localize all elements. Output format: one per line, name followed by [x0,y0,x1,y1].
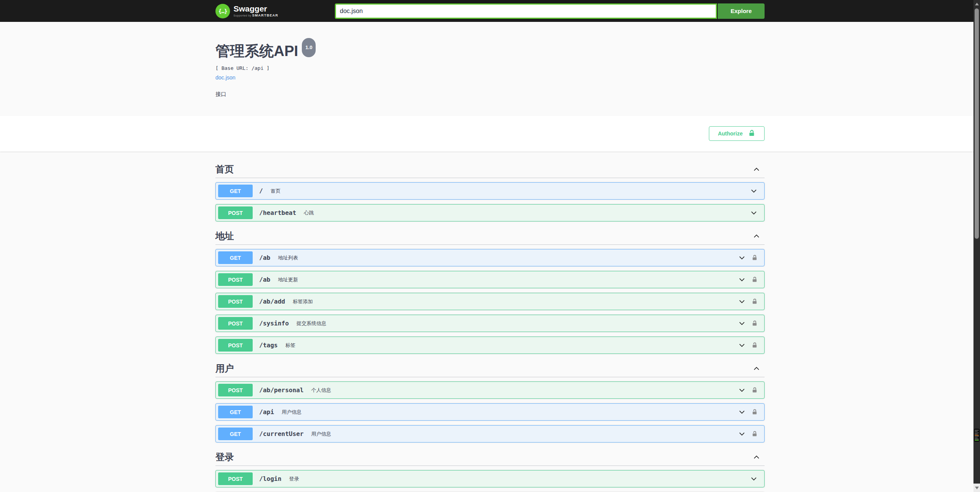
operation-summary: 用户信息 [311,431,331,438]
brand-name: Swagger [233,5,278,13]
unlock-icon [748,129,756,138]
lock-icon[interactable] [752,298,758,305]
operation-path: /ab/personal [259,386,304,394]
method-badge: POST [218,472,253,485]
method-badge: POST [218,295,253,308]
method-badge: GET [218,251,253,264]
api-description: 接口 [215,91,765,98]
operation-path: / [259,187,263,195]
method-badge: GET [218,185,253,197]
operation-row[interactable]: POST /login 登录 [215,470,765,487]
operation-path: /heartbeat [259,209,296,216]
authorize-button[interactable]: Authorize [709,126,765,141]
operation-row[interactable]: POST /heartbeat 心跳 [215,204,765,221]
chevron-up-icon[interactable] [752,165,761,173]
tag-section-home: 首页 GET / 首页 POST /heartbeat [215,163,765,221]
chevron-down-icon[interactable] [750,475,758,483]
tag-header-login[interactable]: 登录 [215,451,765,466]
method-badge: POST [218,384,253,396]
operation-path: /api [259,408,274,416]
swagger-logo: {…} Swagger Supported bySMARTBEAR [215,4,278,18]
operation-summary: 地址列表 [278,254,298,261]
method-badge: POST [218,339,253,352]
tag-header-user[interactable]: 用户 [215,362,765,377]
chevron-down-icon[interactable] [738,341,746,350]
scheme-container: Authorize [0,116,980,152]
lock-icon[interactable] [752,342,758,348]
operation-row[interactable]: GET /api 用户信息 [215,403,765,421]
tag-section-user: 用户 POST /ab/personal 个人信息 [215,362,765,442]
lock-icon[interactable] [752,276,758,283]
scrollbar-thumb[interactable] [975,8,979,239]
scrollbar[interactable] [973,0,980,492]
operation-summary: 标签添加 [293,298,313,305]
topbar: {…} Swagger Supported bySMARTBEAR Explor… [0,0,980,22]
operation-summary: 首页 [271,188,281,195]
operation-summary: 标签 [285,342,295,349]
spec-link[interactable]: doc.json [215,74,235,81]
lock-icon[interactable] [752,409,758,415]
chevron-down-icon[interactable] [738,430,746,438]
spec-url-input[interactable] [335,3,717,19]
swagger-logo-icon: {…} [215,4,230,18]
chevron-down-icon[interactable] [738,297,746,306]
operation-path: /currentUser [259,430,304,438]
lock-icon[interactable] [752,387,758,393]
operation-summary: 提交系统信息 [296,320,326,327]
tag-title: 用户 [215,364,234,373]
operation-row[interactable]: POST /sysinfo 提交系统信息 [215,315,765,332]
lock-icon[interactable] [752,431,758,437]
lock-icon[interactable] [752,254,758,261]
chevron-up-icon[interactable] [752,453,761,461]
tag-title: 首页 [215,165,234,174]
scrollbar-down-arrow-icon[interactable] [973,484,980,492]
operation-path: /login [259,475,281,482]
operation-path: /tags [259,342,278,349]
chevron-down-icon[interactable] [738,319,746,328]
chevron-down-icon[interactable] [750,187,758,195]
operation-row[interactable]: POST /tags 标签 [215,337,765,354]
minimap-widget[interactable] [974,429,980,442]
operation-summary: 心跳 [304,210,314,216]
explore-button[interactable]: Explore [718,3,765,19]
chevron-down-icon[interactable] [750,209,758,217]
method-badge: POST [218,206,253,219]
swagger-ui-page: {…} Swagger Supported bySMARTBEAR Explor… [0,0,980,492]
chevron-down-icon[interactable] [738,408,746,416]
lock-icon[interactable] [752,320,758,327]
scrollbar-up-arrow-icon[interactable] [973,1,980,7]
operation-path: /sysinfo [259,320,289,327]
operation-path: /ab [259,254,270,261]
operation-row[interactable]: GET /ab 地址列表 [215,249,765,266]
operation-row[interactable]: POST /ab/add 标签添加 [215,293,765,310]
method-badge: POST [218,317,253,330]
tag-header-home[interactable]: 首页 [215,163,765,178]
operation-summary: 个人信息 [311,387,331,394]
base-url: [ Base URL: /api ] [215,65,765,71]
tag-header-address[interactable]: 地址 [215,230,765,245]
tag-title: 地址 [215,231,234,241]
operation-path: /ab [259,276,270,283]
operation-row[interactable]: GET / 首页 [215,182,765,200]
tag-section-address: 地址 GET /ab 地址列表 [215,230,765,354]
operation-row[interactable]: POST /ab/personal 个人信息 [215,381,765,399]
operation-row[interactable]: GET /currentUser 用户信息 [215,425,765,442]
method-badge: GET [218,406,253,418]
chevron-up-icon[interactable] [752,364,761,373]
operation-summary: 登录 [289,475,299,482]
operation-summary: 地址更新 [278,276,298,283]
chevron-down-icon[interactable] [738,386,746,395]
chevron-up-icon[interactable] [752,232,761,240]
tag-section-login: 登录 POST /login 登录 POST /login/r [215,451,765,492]
operation-row[interactable]: POST /ab 地址更新 [215,271,765,288]
method-badge: POST [218,273,253,286]
chevron-down-icon[interactable] [738,254,746,262]
method-badge: GET [218,428,253,440]
page-title: 管理系统API1.0 [215,43,765,62]
version-badge: 1.0 [302,38,316,57]
tag-title: 登录 [215,452,234,462]
operation-summary: 用户信息 [282,409,302,416]
operation-path: /ab/add [259,298,285,305]
chevron-down-icon[interactable] [738,276,746,284]
brand-subtitle: Supported bySMARTBEAR [233,14,278,17]
